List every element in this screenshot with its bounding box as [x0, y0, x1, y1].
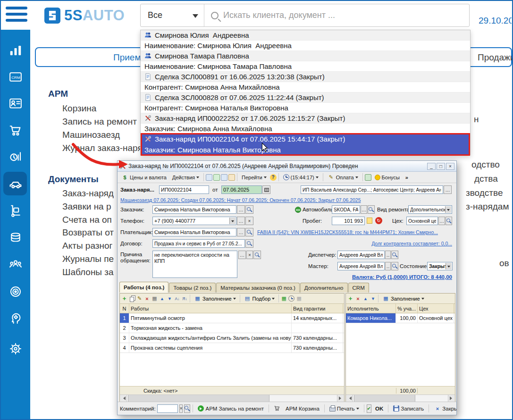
dispatcher-open-button[interactable]: [391, 251, 398, 259]
table-green-icon[interactable]: [365, 174, 371, 181]
goto-button[interactable]: Перейти: [239, 173, 269, 182]
search-input[interactable]: [223, 10, 450, 20]
table-row[interactable]: Комаров Никола... 100,00 Основной цех: [346, 313, 455, 323]
delete-icon[interactable]: ×: [354, 295, 362, 302]
page-tab-reception[interactable]: Прием: [113, 52, 141, 63]
search-filter-select[interactable]: Все: [141, 4, 204, 26]
delete-icon[interactable]: ×: [143, 295, 151, 302]
structure-icon[interactable]: [213, 174, 220, 181]
shop-open-button[interactable]: [446, 217, 452, 225]
add-icon[interactable]: +: [347, 295, 354, 302]
debt-link[interactable]: Долг контрагента составляет: 0,0...: [344, 241, 452, 246]
scroll-left-icon[interactable]: [120, 395, 127, 402]
dispatcher-select-button[interactable]: ‥: [385, 251, 391, 259]
comment-clear-button[interactable]: ×: [179, 404, 183, 413]
arm-repair-button[interactable]: АРМ Запись на ремонт: [195, 404, 266, 413]
master-open-button[interactable]: [391, 262, 398, 270]
scroll-right-icon[interactable]: [448, 395, 455, 402]
search-result-detail[interactable]: Контрагент: Смирнова Анна Михайловна: [141, 82, 470, 92]
phone-combo[interactable]: +7 (900) 4400777: [152, 217, 236, 225]
totals-link[interactable]: Валюта: Руб (1,0000) ИТОГО: 8 440,00: [316, 274, 452, 280]
reason-select-button[interactable]: …: [238, 251, 246, 259]
phone-select-button[interactable]: …: [237, 217, 245, 225]
search-result-title[interactable]: Смирнова Юлия Андреевна: [141, 30, 470, 41]
customer-select-button[interactable]: …: [237, 205, 245, 214]
repair-type-combo[interactable]: Дополнительное: [408, 205, 452, 214]
dispatcher-field[interactable]: Андреев Андрей Вл: [337, 251, 385, 259]
comment-input[interactable]: [157, 404, 178, 413]
state-combo[interactable]: Закрыт: [427, 262, 453, 270]
fill-button[interactable]: ▦Заполнение: [192, 294, 238, 303]
print-button[interactable]: Печать: [327, 404, 362, 413]
tab-additional[interactable]: Дополнительно: [300, 283, 348, 293]
chevron-down-icon[interactable]: [446, 263, 452, 269]
payer-field[interactable]: Смирнова Наталья Викторовна: [152, 228, 236, 236]
logo[interactable]: 5SAUTO: [44, 7, 125, 24]
nav-item-vozvraty[interactable]: Возвраты от: [62, 227, 114, 238]
reason-field[interactable]: не переключаются скорости на КПП: [152, 251, 237, 278]
tab-works[interactable]: Работы (4 поз.): [119, 282, 168, 293]
tab-goods[interactable]: Товары (2 поз.): [169, 283, 216, 293]
nav-item-mashinozaezd[interactable]: Машинозаезд: [62, 130, 120, 140]
nav-item-zhurnaly[interactable]: Журналы пе: [62, 254, 114, 264]
sidebar-item-stats[interactable]: [7, 42, 24, 59]
payment-button[interactable]: ✎Оплата: [325, 172, 361, 182]
history-icon[interactable]: [288, 295, 295, 302]
organization-field[interactable]: ИП Васильев Александр Сер...; Автосервис…: [301, 185, 443, 194]
sidebar-item-cart[interactable]: [7, 122, 24, 139]
mileage-field[interactable]: 101 993: [332, 217, 365, 225]
fill-button[interactable]: ▦Заполнение: [380, 294, 427, 303]
search-result-detail[interactable]: Наименование: Смирнова Тамара Павловна: [141, 61, 470, 72]
sort-desc-icon[interactable]: Я↓: [181, 295, 188, 302]
tab-crm[interactable]: CRM: [348, 283, 369, 293]
search-result-detail[interactable]: Наименование: Смирнова Юлия Андреевна: [141, 41, 470, 51]
nav-item-korzina[interactable]: Корзина: [62, 103, 96, 114]
search-result-title[interactable]: Заказ-наряд ИП00022252 от 17.06.2025 12:…: [141, 113, 470, 124]
arm-cart-button[interactable]: АРМ Корзина: [271, 403, 322, 413]
tab-customer-materials[interactable]: Материалы заказчика (0 поз.): [216, 283, 299, 293]
scroll-right-icon[interactable]: [337, 395, 344, 402]
contract-field[interactable]: Продажа з\ч и сервис в Руб от 27.05.2...: [152, 239, 245, 248]
table-row[interactable]: 1 Пятиминутный осмотр 14 календарных...: [120, 313, 344, 323]
minimize-icon[interactable]: _: [427, 163, 436, 170]
payer-open-button[interactable]: [245, 228, 253, 236]
time-button[interactable]: (15:44:17): [281, 173, 321, 182]
scroll-thumb[interactable]: [128, 395, 269, 402]
organization-select-button[interactable]: …: [444, 185, 452, 194]
shop-field[interactable]: Основной цех: [406, 217, 438, 225]
customer-open-button[interactable]: [245, 205, 253, 214]
actions-button[interactable]: Действия: [170, 173, 202, 182]
move-up-icon[interactable]: ▲: [362, 295, 369, 302]
nav-item-zayavki[interactable]: Заявки на р: [62, 202, 111, 212]
sort-asc-icon[interactable]: А↓: [174, 295, 181, 302]
nav-item-zapis-na-remont[interactable]: Запись на ремонт: [62, 117, 137, 127]
sidebar-item-finance[interactable]: [7, 229, 24, 246]
timeline-link[interactable]: Машинозаезд 07.06.2025; Создан 07.06.202…: [120, 197, 451, 203]
table-row[interactable]: 4 Прокачка системы сцепления 730 календа…: [120, 343, 344, 353]
maximize-icon[interactable]: □: [437, 163, 445, 170]
pick-button[interactable]: ▤Подбор: [242, 294, 278, 303]
mileage-note-icon[interactable]: [367, 218, 372, 224]
shop-select-button[interactable]: …: [438, 217, 445, 225]
works-hscrollbar[interactable]: [120, 395, 344, 402]
scroll-thumb[interactable]: [354, 395, 415, 402]
window-titlebar[interactable]: Заказ-наряд № ИП00022104 от 07.06.2025 (…: [118, 161, 456, 172]
nav-item-shablony[interactable]: Шаблоны за: [62, 267, 114, 277]
grid-icon[interactable]: ▦: [151, 295, 158, 302]
move-down-icon[interactable]: ▼: [370, 295, 377, 302]
bonus-button[interactable]: Бонусы: [372, 173, 402, 182]
search-result-detail[interactable]: Заказчик: Смирнова Анна Михайловна: [141, 124, 470, 134]
sidebar-item-team[interactable]: [7, 256, 24, 273]
scroll-left-icon[interactable]: [346, 395, 353, 402]
customer-field[interactable]: Смирнова Наталья Викторовна: [152, 205, 236, 214]
sidebar-item-vehicles[interactable]: [7, 175, 24, 192]
contract-open-button[interactable]: [245, 239, 253, 248]
copy-icon[interactable]: [128, 295, 135, 302]
toolbar-more-button[interactable]: »: [403, 173, 411, 182]
car-open-button[interactable]: [368, 205, 375, 214]
search-result-detail-selected[interactable]: Заказчик: Смирнова Наталья Викторовна: [141, 144, 470, 155]
add-icon[interactable]: +: [121, 295, 128, 302]
reason-clear-button[interactable]: ×: [246, 251, 253, 259]
chevron-down-icon[interactable]: [229, 218, 235, 224]
car-info-link[interactable]: FABIA II (542); VIN XW8EH15J2CK555518; г…: [257, 229, 452, 235]
